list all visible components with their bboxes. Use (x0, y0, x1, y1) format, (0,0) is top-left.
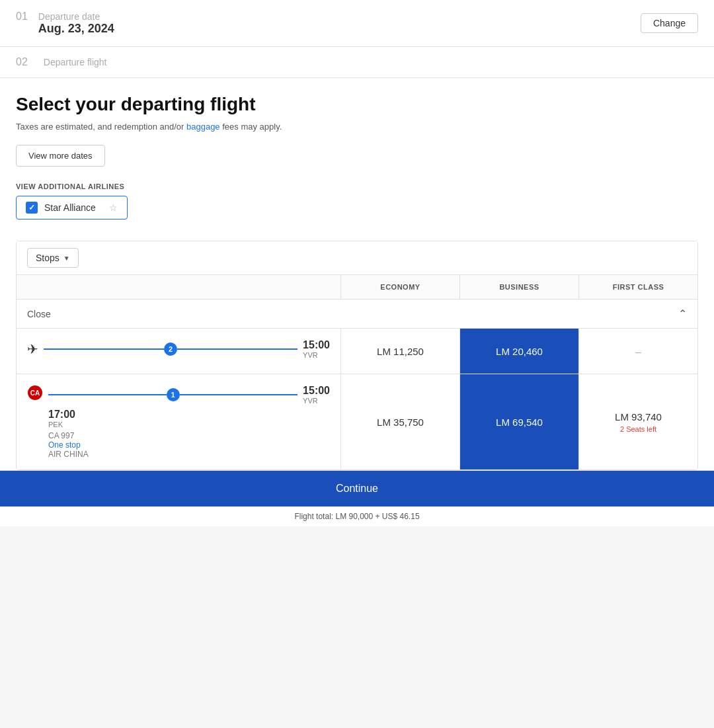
table-row: ✈ 2 15:00 YVR LM 11,250 LM 20,460 (17, 329, 697, 374)
page-title: Select your departing flight (16, 94, 698, 115)
stop-count-badge: 2 (164, 343, 177, 356)
airline-name: AIR CHINA (48, 450, 89, 459)
step1-info: 01 Departure date Aug. 23, 2024 (16, 11, 114, 36)
table-header: ECONOMY BUSINESS FIRST CLASS (17, 275, 697, 300)
seats-left-badge: 2 Seats left (620, 425, 656, 433)
first-amount: – (635, 346, 641, 357)
depart-info: 17:00 PEK (48, 409, 75, 428)
close-chevron-icon: ⌃ (678, 307, 687, 320)
arrive-time2: 15:00 (303, 385, 330, 397)
view-dates-button[interactable]: View more dates (16, 145, 105, 167)
line-left (44, 348, 164, 350)
arrive-time: 15:00 (303, 339, 330, 351)
additional-airlines-label: VIEW ADDITIONAL AIRLINES (16, 182, 698, 190)
subtitle-suffix: fees may apply. (220, 122, 282, 132)
step1-bar: 01 Departure date Aug. 23, 2024 Change (0, 0, 714, 47)
main-content: Select your departing flight Taxes are e… (0, 78, 714, 470)
economy-amount2: LM 35,750 (377, 417, 424, 428)
step2-bar: 02 Departure flight (0, 47, 714, 78)
step1-number: 01 (16, 11, 28, 22)
stop-count-badge2: 1 (167, 388, 180, 401)
flight-total: Flight total: LM 90,000 + US$ 46.15 (0, 506, 714, 526)
flight2-details: CA 997 One stop AIR CHINA (27, 431, 330, 459)
change-button[interactable]: Change (641, 13, 698, 33)
air-china-logo: CA (27, 385, 43, 405)
flight2-first-price[interactable]: LM 93,740 2 Seats left (578, 374, 697, 469)
flight1-info: ✈ 2 15:00 YVR (17, 329, 340, 374)
flight-table: Stops ▼ ECONOMY BUSINESS FIRST CLASS Clo… (16, 241, 698, 470)
line-right2 (180, 394, 298, 395)
airplane-icon: ✈ (27, 341, 38, 357)
one-stop-link[interactable]: One stop (48, 440, 81, 450)
stops-dropdown[interactable]: Stops ▼ (27, 248, 79, 268)
flight2-info: CA 1 15:00 YVR 17:00 PEK (17, 374, 340, 469)
step2-label: Departure flight (44, 57, 107, 67)
star-alliance-label: Star Alliance (44, 202, 96, 213)
business-amount2: LM 69,540 (496, 417, 543, 428)
step1-date: Aug. 23, 2024 (38, 22, 114, 36)
flight1-route-line: 2 (44, 343, 298, 356)
arrive-code: YVR (303, 351, 330, 359)
flight2-economy-price[interactable]: LM 35,750 (340, 374, 459, 469)
flight-number: CA 997 (48, 431, 74, 440)
flight2-arrive: 15:00 YVR (303, 385, 330, 405)
close-row: Close ⌃ (17, 300, 697, 329)
flight1-first-price: – (578, 329, 697, 374)
stops-arrow-icon: ▼ (63, 255, 70, 262)
flight1-economy-price[interactable]: LM 11,250 (340, 329, 459, 374)
close-label: Close (27, 309, 51, 319)
col-first-class: FIRST CLASS (578, 275, 697, 299)
bottom-bar: Continue Flight total: LM 90,000 + US$ 4… (0, 470, 714, 526)
depart-code2: PEK (48, 421, 75, 428)
star-alliance-checkbox: ✓ (26, 202, 38, 214)
star-alliance-checkbox-container[interactable]: ✓ Star Alliance ☆ (16, 196, 128, 220)
flight2-route-line: 1 (48, 388, 298, 401)
step1-label: Departure date (38, 11, 100, 22)
line-right (177, 348, 298, 350)
col-economy: ECONOMY (340, 275, 459, 299)
step2-number: 02 (16, 56, 28, 68)
close-cell[interactable]: Close ⌃ (17, 300, 697, 328)
flight1-business-price[interactable]: LM 20,460 (459, 329, 578, 374)
col-business: BUSINESS (459, 275, 578, 299)
business-amount: LM 20,460 (496, 346, 543, 357)
continue-button[interactable]: Continue (0, 471, 714, 506)
stops-label: Stops (36, 253, 60, 263)
star-icon: ☆ (109, 202, 118, 213)
flight2-business-price[interactable]: LM 69,540 (459, 374, 578, 469)
baggage-link[interactable]: baggage (186, 122, 220, 132)
subtitle: Taxes are estimated, and redemption and/… (16, 122, 698, 132)
filter-row: Stops ▼ (17, 241, 697, 275)
airports-row: 17:00 PEK (27, 409, 330, 428)
table-row: CA 1 15:00 YVR 17:00 PEK (17, 374, 697, 469)
line-left2 (48, 394, 167, 395)
col-flight (17, 275, 340, 299)
flight2-route: CA 1 15:00 YVR (27, 385, 330, 405)
first-amount2: LM 93,740 (615, 411, 662, 423)
svg-text:CA: CA (30, 389, 40, 397)
economy-amount: LM 11,250 (377, 346, 424, 357)
flight1-route: ✈ 2 15:00 YVR (27, 339, 330, 359)
depart-time2: 17:00 (48, 409, 75, 421)
subtitle-text: Taxes are estimated, and redemption and/… (16, 122, 186, 132)
flight1-arrive: 15:00 YVR (303, 339, 330, 359)
arrive-code2: YVR (303, 397, 330, 405)
